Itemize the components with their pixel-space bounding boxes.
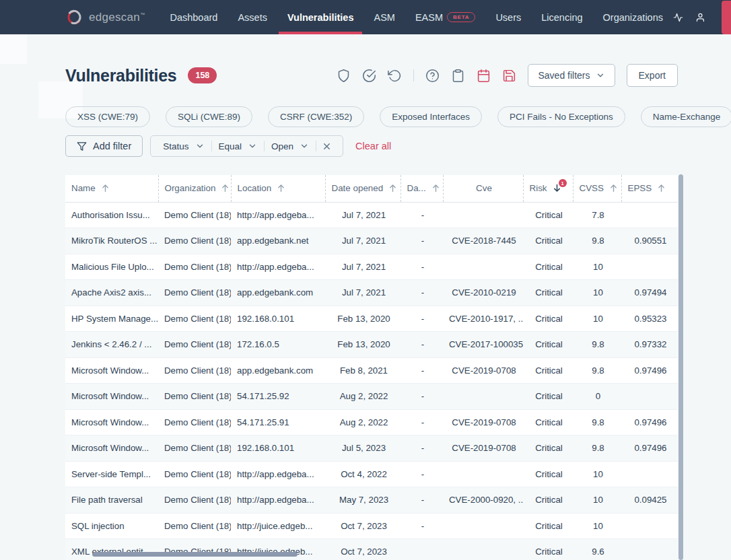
clipboard-button[interactable] [451, 69, 465, 83]
table-row[interactable]: Microsoft Window...Demo Client (18)54.17… [65, 384, 678, 410]
cell-location: http://app.edgeba... [231, 254, 325, 280]
export-button[interactable]: Export [627, 64, 678, 87]
nav-item-licencing[interactable]: Licencing [531, 0, 592, 34]
cell-location: app.edgebank.com [231, 280, 325, 306]
nav-item-users[interactable]: Users [485, 0, 531, 34]
activity-icon[interactable] [673, 10, 683, 25]
nav-item-label: Organizations [603, 12, 663, 23]
cell-risk: Critical [523, 228, 573, 254]
cell-organization: Demo Client (18) [158, 280, 231, 306]
table-row[interactable]: Microsoft Window...Demo Client (18)app.e… [65, 357, 678, 384]
vulnerabilities-page: Vulnerabilities 158 Saved filters Export… [0, 34, 731, 560]
cell-risk: Critical [523, 306, 573, 332]
vulnerabilities-table: NameOrganizationLocationDate openedDa...… [65, 175, 678, 560]
table-row[interactable]: HP System Manage...Demo Client (18)192.1… [65, 306, 678, 332]
cell-name: Jenkins < 2.46.2 / ... [65, 332, 158, 358]
calendar-button[interactable] [477, 69, 491, 83]
cell-cve: CVE-2019-0708 [443, 409, 523, 435]
cell-cvss: 9.8 [573, 435, 621, 462]
nav-item-assets[interactable]: Assets [228, 0, 277, 34]
edgescan-logo[interactable]: edgescan™ [65, 8, 145, 26]
column-header-organization[interactable]: Organization [158, 175, 231, 202]
table-row[interactable]: File path traversalDemo Client (18)http:… [65, 487, 678, 514]
cell-name: SQL injection [65, 513, 158, 539]
table-row[interactable]: XML external entit...Demo Client (18)htt… [65, 539, 678, 560]
table-row[interactable]: SQL injectionDemo Client (18)http://juic… [65, 513, 678, 539]
column-header-da-[interactable]: Da... [401, 175, 443, 202]
calendar-icon [477, 69, 491, 83]
clear-all-link[interactable]: Clear all [355, 141, 391, 151]
saved-filters-button[interactable]: Saved filters [528, 64, 615, 87]
cell-name: Apache Axis2 axis... [65, 280, 158, 306]
cell-risk: Critical [523, 435, 573, 462]
column-header-cvss[interactable]: CVSS [573, 175, 621, 202]
column-header-cve[interactable]: Cve [443, 175, 523, 202]
help-icon [425, 69, 440, 83]
cell-cve: CVE-2000-0920, ... [443, 487, 523, 514]
cell-date-opened: Aug 2, 2022 [325, 409, 401, 435]
add-filter-button[interactable]: Add filter [65, 135, 143, 157]
save-button[interactable] [502, 69, 516, 83]
table-row[interactable]: Microsoft Window...Demo Client (18)54.17… [65, 409, 678, 435]
nav-item-asm[interactable]: ASM [363, 0, 405, 34]
cell-da-: - [401, 332, 443, 358]
cell-organization: Demo Client (18) [158, 254, 231, 280]
check-circle-button[interactable] [362, 69, 376, 83]
table-row[interactable]: Apache Axis2 axis...Demo Client (18)app.… [65, 280, 678, 306]
column-header-name[interactable]: Name [65, 175, 158, 202]
column-label: CVSS [580, 183, 604, 193]
horizontal-scrollbar[interactable] [92, 552, 298, 557]
cell-cve [443, 513, 523, 539]
filter-field-dropdown[interactable]: Status [156, 141, 211, 151]
table-row[interactable]: Server-side Templ...Demo Client (18)http… [65, 461, 678, 487]
cell-epss [621, 539, 678, 560]
nav-item-organizations[interactable]: Organizations [593, 0, 673, 34]
cell-date-opened: Oct 7, 2023 [325, 539, 401, 560]
filter-chip-exposed-interfaces[interactable]: Exposed Interfaces [380, 106, 482, 127]
table-row[interactable]: Malicious File Uplo...Demo Client (18)ht… [65, 254, 678, 280]
filter-chip-pci-fails-no-exceptions[interactable]: PCI Fails - No Exceptions [497, 106, 625, 127]
cell-da-: - [401, 254, 443, 280]
help-button[interactable] [425, 69, 440, 83]
segment-divider [316, 141, 316, 151]
cell-date-opened: Jul 7, 2021 [325, 228, 401, 254]
toolbar-divider [413, 69, 414, 81]
remove-filter-icon[interactable] [322, 141, 332, 151]
nav-item-label: Vulnerabilities [287, 12, 354, 23]
filter-value-dropdown[interactable]: Open [265, 141, 316, 151]
create-report-button[interactable]: Create report [722, 1, 731, 34]
filter-chip-xss-cwe-79-[interactable]: XSS (CWE:79) [65, 106, 150, 127]
table-row[interactable]: Jenkins < 2.46.2 / ...Demo Client (18)17… [65, 332, 678, 358]
column-header-epss[interactable]: EPSS [621, 175, 678, 202]
filter-chip-csrf-cwe-352-[interactable]: CSRF (CWE:352) [268, 106, 364, 127]
cell-location: http://app.edgeba... [231, 202, 325, 228]
cell-organization: Demo Client (18) [158, 202, 231, 228]
cell-epss [621, 513, 678, 539]
cell-risk: Critical [523, 254, 573, 280]
cell-date-opened: Oct 4, 2022 [325, 461, 401, 487]
table-row[interactable]: Microsoft Window...Demo Client (18)192.1… [65, 435, 678, 462]
filter-chip-sqli-cwe-89-[interactable]: SQLi (CWE:89) [166, 106, 252, 127]
shield-button[interactable] [337, 69, 351, 83]
nav-item-vulnerabilities[interactable]: Vulnerabilities [277, 0, 364, 34]
column-header-risk[interactable]: Risk1 [523, 175, 573, 202]
chevron-down-icon [248, 141, 257, 151]
filter-operator-dropdown[interactable]: Equal [212, 141, 265, 151]
table-row[interactable]: Authorisation Issu...Demo Client (18)htt… [65, 202, 678, 228]
cell-cvss: 9.6 [573, 539, 621, 560]
column-header-location[interactable]: Location [231, 175, 325, 202]
undo-icon [388, 69, 402, 83]
column-label: Da... [407, 183, 426, 193]
column-label: Organization [165, 183, 216, 193]
nav-item-easm[interactable]: EASMBETA [405, 0, 485, 34]
undo-button[interactable] [388, 69, 402, 83]
column-header-date-opened[interactable]: Date opened [325, 175, 401, 202]
chevron-down-icon [300, 141, 309, 151]
nav-right: Create report [673, 1, 731, 34]
vertical-scrollbar[interactable] [678, 174, 683, 560]
nav-item-dashboard[interactable]: Dashboard [160, 0, 228, 34]
filter-chip-name-exchange[interactable]: Name-Exchange [641, 106, 731, 127]
table-row[interactable]: MikroTik RouterOS ...Demo Client (18)app… [65, 228, 678, 254]
cell-cvss: 10 [573, 513, 621, 539]
user-icon[interactable] [695, 10, 705, 25]
